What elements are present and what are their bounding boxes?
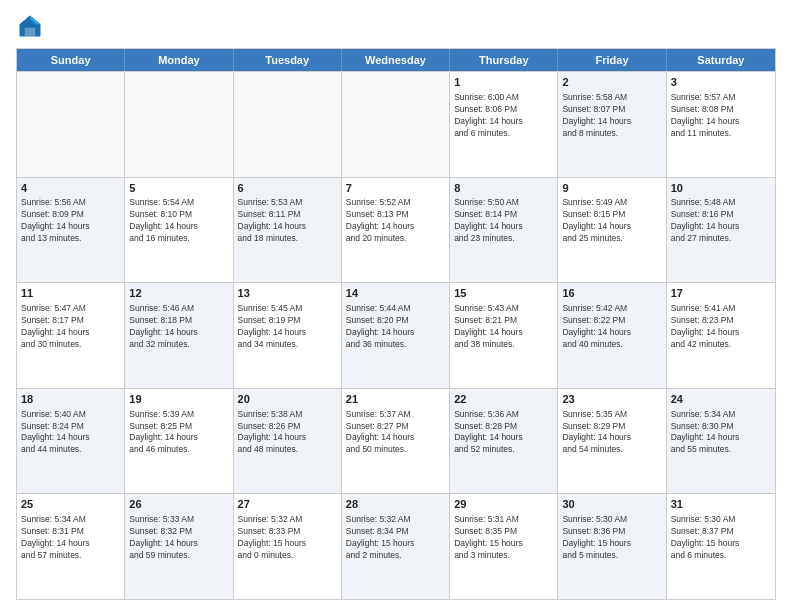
calendar-cell-10: 10Sunrise: 5:48 AM Sunset: 8:16 PM Dayli… <box>667 178 775 283</box>
cell-info: Sunrise: 5:53 AM Sunset: 8:11 PM Dayligh… <box>238 197 337 245</box>
cell-info: Sunrise: 5:40 AM Sunset: 8:24 PM Dayligh… <box>21 409 120 457</box>
calendar-body: 1Sunrise: 6:00 AM Sunset: 8:06 PM Daylig… <box>17 71 775 599</box>
calendar-cell-empty-0-1 <box>125 72 233 177</box>
day-number: 7 <box>346 181 445 196</box>
calendar-row-2: 11Sunrise: 5:47 AM Sunset: 8:17 PM Dayli… <box>17 282 775 388</box>
calendar-row-4: 25Sunrise: 5:34 AM Sunset: 8:31 PM Dayli… <box>17 493 775 599</box>
calendar-cell-17: 17Sunrise: 5:41 AM Sunset: 8:23 PM Dayli… <box>667 283 775 388</box>
calendar-cell-6: 6Sunrise: 5:53 AM Sunset: 8:11 PM Daylig… <box>234 178 342 283</box>
cell-info: Sunrise: 5:35 AM Sunset: 8:29 PM Dayligh… <box>562 409 661 457</box>
cell-info: Sunrise: 5:31 AM Sunset: 8:35 PM Dayligh… <box>454 514 553 562</box>
day-number: 6 <box>238 181 337 196</box>
day-number: 21 <box>346 392 445 407</box>
calendar-cell-18: 18Sunrise: 5:40 AM Sunset: 8:24 PM Dayli… <box>17 389 125 494</box>
calendar-cell-27: 27Sunrise: 5:32 AM Sunset: 8:33 PM Dayli… <box>234 494 342 599</box>
day-number: 2 <box>562 75 661 90</box>
day-number: 27 <box>238 497 337 512</box>
cell-info: Sunrise: 5:41 AM Sunset: 8:23 PM Dayligh… <box>671 303 771 351</box>
day-number: 25 <box>21 497 120 512</box>
cell-info: Sunrise: 5:30 AM Sunset: 8:36 PM Dayligh… <box>562 514 661 562</box>
cell-info: Sunrise: 5:36 AM Sunset: 8:28 PM Dayligh… <box>454 409 553 457</box>
calendar-cell-13: 13Sunrise: 5:45 AM Sunset: 8:19 PM Dayli… <box>234 283 342 388</box>
day-number: 13 <box>238 286 337 301</box>
calendar-cell-25: 25Sunrise: 5:34 AM Sunset: 8:31 PM Dayli… <box>17 494 125 599</box>
cell-info: Sunrise: 5:30 AM Sunset: 8:37 PM Dayligh… <box>671 514 771 562</box>
day-number: 24 <box>671 392 771 407</box>
header <box>16 12 776 40</box>
cell-info: Sunrise: 5:47 AM Sunset: 8:17 PM Dayligh… <box>21 303 120 351</box>
day-number: 28 <box>346 497 445 512</box>
calendar-row-3: 18Sunrise: 5:40 AM Sunset: 8:24 PM Dayli… <box>17 388 775 494</box>
calendar-cell-22: 22Sunrise: 5:36 AM Sunset: 8:28 PM Dayli… <box>450 389 558 494</box>
cell-info: Sunrise: 5:54 AM Sunset: 8:10 PM Dayligh… <box>129 197 228 245</box>
header-day-monday: Monday <box>125 49 233 71</box>
calendar-cell-15: 15Sunrise: 5:43 AM Sunset: 8:21 PM Dayli… <box>450 283 558 388</box>
cell-info: Sunrise: 5:57 AM Sunset: 8:08 PM Dayligh… <box>671 92 771 140</box>
cell-info: Sunrise: 5:34 AM Sunset: 8:31 PM Dayligh… <box>21 514 120 562</box>
cell-info: Sunrise: 5:38 AM Sunset: 8:26 PM Dayligh… <box>238 409 337 457</box>
calendar-cell-24: 24Sunrise: 5:34 AM Sunset: 8:30 PM Dayli… <box>667 389 775 494</box>
cell-info: Sunrise: 5:32 AM Sunset: 8:33 PM Dayligh… <box>238 514 337 562</box>
day-number: 26 <box>129 497 228 512</box>
header-day-sunday: Sunday <box>17 49 125 71</box>
header-day-friday: Friday <box>558 49 666 71</box>
day-number: 1 <box>454 75 553 90</box>
day-number: 15 <box>454 286 553 301</box>
cell-info: Sunrise: 5:44 AM Sunset: 8:20 PM Dayligh… <box>346 303 445 351</box>
calendar-cell-12: 12Sunrise: 5:46 AM Sunset: 8:18 PM Dayli… <box>125 283 233 388</box>
day-number: 9 <box>562 181 661 196</box>
cell-info: Sunrise: 5:46 AM Sunset: 8:18 PM Dayligh… <box>129 303 228 351</box>
cell-info: Sunrise: 5:49 AM Sunset: 8:15 PM Dayligh… <box>562 197 661 245</box>
cell-info: Sunrise: 5:56 AM Sunset: 8:09 PM Dayligh… <box>21 197 120 245</box>
day-number: 20 <box>238 392 337 407</box>
day-number: 16 <box>562 286 661 301</box>
calendar-cell-20: 20Sunrise: 5:38 AM Sunset: 8:26 PM Dayli… <box>234 389 342 494</box>
cell-info: Sunrise: 5:48 AM Sunset: 8:16 PM Dayligh… <box>671 197 771 245</box>
calendar-cell-30: 30Sunrise: 5:30 AM Sunset: 8:36 PM Dayli… <box>558 494 666 599</box>
cell-info: Sunrise: 5:37 AM Sunset: 8:27 PM Dayligh… <box>346 409 445 457</box>
calendar: SundayMondayTuesdayWednesdayThursdayFrid… <box>16 48 776 600</box>
calendar-cell-26: 26Sunrise: 5:33 AM Sunset: 8:32 PM Dayli… <box>125 494 233 599</box>
calendar-cell-28: 28Sunrise: 5:32 AM Sunset: 8:34 PM Dayli… <box>342 494 450 599</box>
calendar-cell-31: 31Sunrise: 5:30 AM Sunset: 8:37 PM Dayli… <box>667 494 775 599</box>
calendar-cell-9: 9Sunrise: 5:49 AM Sunset: 8:15 PM Daylig… <box>558 178 666 283</box>
day-number: 3 <box>671 75 771 90</box>
calendar-cell-7: 7Sunrise: 5:52 AM Sunset: 8:13 PM Daylig… <box>342 178 450 283</box>
day-number: 11 <box>21 286 120 301</box>
cell-info: Sunrise: 5:43 AM Sunset: 8:21 PM Dayligh… <box>454 303 553 351</box>
calendar-cell-21: 21Sunrise: 5:37 AM Sunset: 8:27 PM Dayli… <box>342 389 450 494</box>
calendar-cell-8: 8Sunrise: 5:50 AM Sunset: 8:14 PM Daylig… <box>450 178 558 283</box>
day-number: 12 <box>129 286 228 301</box>
cell-info: Sunrise: 5:32 AM Sunset: 8:34 PM Dayligh… <box>346 514 445 562</box>
calendar-cell-11: 11Sunrise: 5:47 AM Sunset: 8:17 PM Dayli… <box>17 283 125 388</box>
day-number: 10 <box>671 181 771 196</box>
calendar-header: SundayMondayTuesdayWednesdayThursdayFrid… <box>17 49 775 71</box>
calendar-cell-5: 5Sunrise: 5:54 AM Sunset: 8:10 PM Daylig… <box>125 178 233 283</box>
cell-info: Sunrise: 5:33 AM Sunset: 8:32 PM Dayligh… <box>129 514 228 562</box>
cell-info: Sunrise: 5:39 AM Sunset: 8:25 PM Dayligh… <box>129 409 228 457</box>
day-number: 5 <box>129 181 228 196</box>
calendar-cell-16: 16Sunrise: 5:42 AM Sunset: 8:22 PM Dayli… <box>558 283 666 388</box>
day-number: 8 <box>454 181 553 196</box>
day-number: 30 <box>562 497 661 512</box>
day-number: 17 <box>671 286 771 301</box>
calendar-cell-empty-0-2 <box>234 72 342 177</box>
day-number: 14 <box>346 286 445 301</box>
day-number: 23 <box>562 392 661 407</box>
cell-info: Sunrise: 5:34 AM Sunset: 8:30 PM Dayligh… <box>671 409 771 457</box>
calendar-row-0: 1Sunrise: 6:00 AM Sunset: 8:06 PM Daylig… <box>17 71 775 177</box>
cell-info: Sunrise: 5:50 AM Sunset: 8:14 PM Dayligh… <box>454 197 553 245</box>
header-day-tuesday: Tuesday <box>234 49 342 71</box>
cell-info: Sunrise: 5:45 AM Sunset: 8:19 PM Dayligh… <box>238 303 337 351</box>
logo-icon <box>16 12 44 40</box>
day-number: 18 <box>21 392 120 407</box>
day-number: 4 <box>21 181 120 196</box>
cell-info: Sunrise: 5:42 AM Sunset: 8:22 PM Dayligh… <box>562 303 661 351</box>
calendar-cell-3: 3Sunrise: 5:57 AM Sunset: 8:08 PM Daylig… <box>667 72 775 177</box>
day-number: 22 <box>454 392 553 407</box>
calendar-cell-empty-0-3 <box>342 72 450 177</box>
calendar-cell-19: 19Sunrise: 5:39 AM Sunset: 8:25 PM Dayli… <box>125 389 233 494</box>
cell-info: Sunrise: 5:58 AM Sunset: 8:07 PM Dayligh… <box>562 92 661 140</box>
calendar-cell-empty-0-0 <box>17 72 125 177</box>
day-number: 19 <box>129 392 228 407</box>
